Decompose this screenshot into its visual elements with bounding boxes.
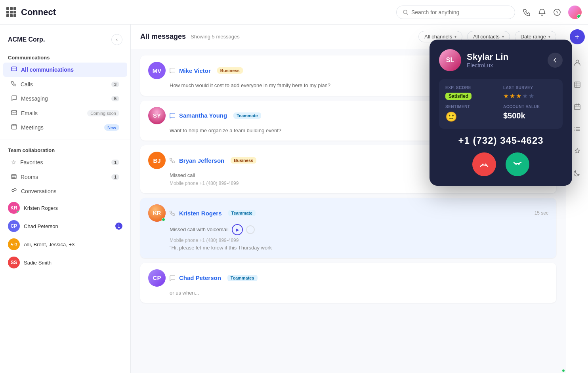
sidebar-divider <box>0 139 130 139</box>
pin-icon <box>574 148 581 155</box>
online-indicator <box>17 211 20 214</box>
app-logo: Connect <box>6 7 56 17</box>
star-2: ★ <box>510 92 515 100</box>
app-header: Connect ? <box>0 0 588 25</box>
svg-rect-4 <box>11 67 17 71</box>
calls-icon <box>11 81 17 88</box>
caller-back-btn[interactable] <box>548 53 563 68</box>
exp-score-label: EXP. SCORE <box>445 86 498 90</box>
favorites-label: Favorites <box>20 159 107 166</box>
collapse-sidebar-btn[interactable]: ‹ <box>111 34 122 45</box>
table-icon <box>574 81 581 88</box>
user-avatar[interactable] <box>568 6 582 19</box>
accept-icon <box>512 159 523 169</box>
decline-call-btn[interactable] <box>472 152 496 176</box>
conv-sadie-smith[interactable]: SS Sadie Smith <box>0 253 130 272</box>
voicemail-transcript-kristen: "Hi, please let me know if this Thursday… <box>170 244 548 252</box>
star-4: ★ <box>522 92 528 100</box>
avatar-kristen: KR <box>148 204 166 222</box>
sentiment-label: SENTIMENT <box>445 105 498 109</box>
filter-contacts-label: All contacts <box>473 34 499 40</box>
sidebar-item-meetings[interactable]: Meetings New <box>3 120 127 134</box>
sidebar-item-calls[interactable]: Calls 3 <box>3 77 127 91</box>
calls-label: Calls <box>21 81 107 88</box>
star-3: ★ <box>516 92 521 100</box>
phone-icon <box>523 8 531 16</box>
tag-teammate-samantha: Teammate <box>233 112 261 119</box>
avatar-samantha: SY <box>148 107 166 124</box>
bell-icon-btn[interactable] <box>538 8 546 16</box>
all-comms-label: All communications <box>21 67 119 73</box>
help-icon-btn[interactable]: ? <box>553 8 561 16</box>
exp-score-value: Satisfied <box>445 93 472 100</box>
avatar-chad: CP <box>148 269 166 287</box>
sidebar: ACME Corp. ‹ Communications All communic… <box>0 25 131 373</box>
search-input[interactable] <box>411 9 508 15</box>
chevron-down-icon: ▾ <box>454 34 456 39</box>
star-1: ★ <box>503 92 509 100</box>
avatar-mike-victor: MV <box>148 62 166 79</box>
tag-business-mike: Business <box>217 67 243 74</box>
conv-name-kristen: Kristen Rogers <box>24 205 122 211</box>
call-channel-icon-kristen <box>170 210 175 216</box>
sidebar-item-rooms[interactable]: Rooms 1 <box>3 170 127 184</box>
sender-chad: Chad Peterson <box>179 274 221 281</box>
message-card-kristen[interactable]: KR Kristen Rogers Teammate 15 sec Missed… <box>140 198 556 258</box>
chevron-down-icon: ▾ <box>548 34 550 39</box>
caller-card-header: SL Skylar Lin ElectroLux <box>439 49 563 71</box>
conv-avatar-chad: CP <box>8 220 20 232</box>
header-icons: ? <box>523 6 582 19</box>
sidebar-item-favorites[interactable]: ☆ Favorites 1 <box>3 155 127 169</box>
sidebar-item-all-communications[interactable]: All communications <box>3 63 127 77</box>
communications-section-title: Communications <box>0 51 130 62</box>
call-detail-kristen: Mobile phone +1 (480) 899-4899 <box>170 237 548 244</box>
svg-rect-6 <box>11 125 17 129</box>
star-rating: ★ ★ ★ ★ ★ <box>503 92 556 100</box>
phone-icon-btn[interactable] <box>523 8 531 16</box>
preview-chad: or us when... <box>148 289 548 297</box>
sidebar-item-messaging[interactable]: Messaging 5 <box>3 91 127 106</box>
account-value-label: ACCOUNT VALUE <box>503 105 556 109</box>
decline-icon <box>479 159 489 169</box>
svg-point-24 <box>575 130 575 131</box>
sentiment-emoji: 🙂 <box>445 111 457 122</box>
sidebar-item-emails[interactable]: Emails Coming soon <box>3 106 127 120</box>
filter-date-label: Date range <box>521 34 546 40</box>
sidebar-item-conversations[interactable]: Conversations <box>3 184 127 198</box>
all-comms-icon <box>11 66 17 73</box>
message-card-chad[interactable]: CP Chad Peterson Teammates or us when... <box>140 263 556 303</box>
help-icon: ? <box>553 8 561 16</box>
accept-call-btn[interactable] <box>506 152 529 176</box>
rooms-label: Rooms <box>21 174 107 180</box>
meetings-icon <box>11 124 17 131</box>
meetings-badge: New <box>104 124 119 131</box>
sentiment-stat: SENTIMENT 🙂 <box>445 105 498 122</box>
svg-line-1 <box>407 13 408 14</box>
moon-icon <box>574 170 581 177</box>
calls-badge: 3 <box>111 82 119 87</box>
conv-name-group: Alli, Brent, Jessica, +3 <box>24 242 122 247</box>
rooms-badge: 1 <box>111 174 119 180</box>
last-survey-label: LAST SURVEY <box>503 86 556 90</box>
sender-kristen: Kristen Rogers <box>179 210 222 217</box>
conv-chad-peterson[interactable]: CP Chad Peterson 1 <box>0 217 130 235</box>
conv-kristen-rogers[interactable]: KR Kristen Rogers <box>0 199 130 217</box>
search-bar[interactable] <box>396 6 515 19</box>
voicemail-play-btn[interactable]: ▶ <box>232 224 243 235</box>
message-channel-icon <box>170 68 175 73</box>
team-section-title: Team collaboration <box>0 144 130 155</box>
star-5: ★ <box>529 92 534 100</box>
time-kristen: 15 sec <box>535 210 548 216</box>
conv-avatar-kristen: KR <box>8 202 20 214</box>
chevron-down-icon: ▾ <box>502 34 504 39</box>
person-icon <box>574 59 581 66</box>
svg-point-23 <box>575 129 575 129</box>
caller-card: SL Skylar Lin ElectroLux EXP. SCORE Sati… <box>430 40 572 186</box>
conv-group[interactable]: A+3 Alli, Brent, Jessica, +3 <box>0 235 130 253</box>
last-survey-stat: LAST SURVEY ★ ★ ★ ★ ★ <box>503 86 556 100</box>
messages-subtitle: Showing 5 messages <box>191 34 240 40</box>
emails-icon <box>11 110 17 116</box>
conv-badge-chad: 1 <box>115 223 122 230</box>
favorites-icon: ☆ <box>11 159 16 166</box>
svg-rect-5 <box>11 110 17 115</box>
